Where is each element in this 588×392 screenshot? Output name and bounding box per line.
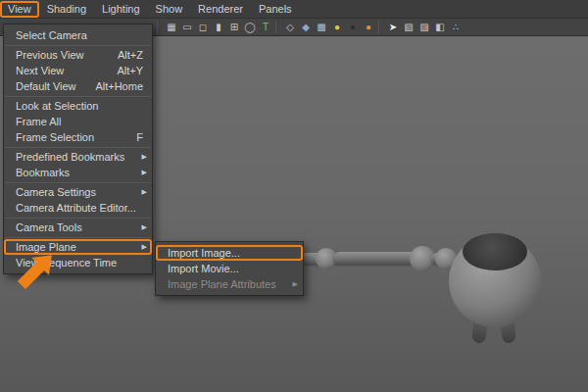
menubar-item-shading[interactable]: Shading bbox=[39, 1, 94, 18]
toolbar-separator bbox=[378, 21, 383, 33]
resolution-gate-icon[interactable]: ◻ bbox=[195, 20, 211, 34]
grid-icon[interactable]: ▦ bbox=[164, 20, 179, 34]
wireframe-icon[interactable]: ◇ bbox=[282, 20, 298, 34]
image-plane-submenu: Import Image...Import Movie...Image Plan… bbox=[155, 241, 304, 296]
menu-item-label: Look at Selection bbox=[16, 100, 98, 112]
view-menu-item-camera-tools[interactable]: Camera Tools▶ bbox=[4, 220, 152, 235]
view-menu-item-next-view[interactable]: Next ViewAlt+Y bbox=[4, 63, 152, 78]
submenu-item-import-movie[interactable]: Import Movie... bbox=[156, 261, 303, 276]
view-menu-item-frame-all[interactable]: Frame All bbox=[4, 114, 152, 129]
menu-item-label: Image Plane Attributes bbox=[168, 278, 276, 290]
submenu-arrow-icon: ▶ bbox=[142, 184, 147, 200]
shadows-icon[interactable]: ● bbox=[345, 20, 361, 34]
xray-icon[interactable]: ▧ bbox=[401, 20, 416, 34]
submenu-arrow-icon: ▶ bbox=[142, 149, 147, 165]
view-menu-item-previous-view[interactable]: Previous ViewAlt+Z bbox=[4, 47, 152, 63]
view-menu-item-bookmarks[interactable]: Bookmarks▶ bbox=[4, 165, 152, 180]
menu-separator bbox=[5, 218, 151, 219]
menu-item-label: Previous View bbox=[16, 49, 84, 61]
menu-item-label: Camera Attribute Editor... bbox=[16, 202, 136, 214]
view-menu-item-camera-settings[interactable]: Camera Settings▶ bbox=[4, 184, 152, 200]
gate-mask-icon[interactable]: ▮ bbox=[211, 20, 226, 34]
submenu-arrow-icon: ▶ bbox=[142, 239, 147, 255]
submenu-arrow-icon: ▶ bbox=[142, 165, 147, 180]
film-gate-icon[interactable]: ▭ bbox=[179, 20, 195, 34]
menu-separator bbox=[5, 237, 151, 238]
menu-separator bbox=[5, 182, 151, 183]
menu-item-label: Bookmarks bbox=[16, 167, 70, 178]
exposure-icon[interactable]: ◧ bbox=[432, 20, 448, 34]
view-menu-item-default-view[interactable]: Default ViewAlt+Home bbox=[4, 78, 152, 94]
view-menu-item-camera-attribute-editor[interactable]: Camera Attribute Editor... bbox=[4, 200, 152, 216]
view-menu-item-frame-selection[interactable]: Frame SelectionF bbox=[4, 129, 152, 145]
menu-item-label: Frame Selection bbox=[16, 131, 94, 143]
menu-item-shortcut: Alt+Home bbox=[95, 78, 143, 94]
safe-action-icon[interactable]: ◯ bbox=[242, 20, 258, 34]
field-chart-icon[interactable]: ⊞ bbox=[226, 20, 242, 34]
view-menu: Select CameraPrevious ViewAlt+ZNext View… bbox=[3, 24, 153, 274]
menu-separator bbox=[5, 96, 151, 97]
menu-separator bbox=[5, 147, 151, 148]
submenu-item-import-image[interactable]: Import Image... bbox=[156, 245, 303, 261]
menu-item-shortcut: Alt+Y bbox=[117, 63, 143, 78]
xray-joints-icon[interactable]: ▨ bbox=[416, 20, 432, 34]
menu-item-label: Import Image... bbox=[168, 247, 240, 259]
menu-item-label: Select Camera bbox=[16, 29, 87, 41]
menu-item-label: Camera Settings bbox=[16, 186, 96, 198]
menu-separator bbox=[5, 45, 151, 46]
view-menu-item-predefined-bookmarks[interactable]: Predefined Bookmarks▶ bbox=[4, 149, 152, 165]
view-menu-item-select-camera[interactable]: Select Camera bbox=[4, 27, 152, 43]
annotation-arrow bbox=[5, 251, 56, 302]
annotation-arrow-shape bbox=[18, 255, 52, 289]
menubar-item-show[interactable]: Show bbox=[148, 1, 191, 18]
model-head-cap bbox=[463, 233, 527, 270]
menu-item-shortcut: Alt+Z bbox=[118, 47, 143, 63]
submenu-arrow-icon: ▶ bbox=[142, 220, 147, 235]
lighting-icon[interactable]: ● bbox=[329, 20, 345, 34]
submenu-item-image-plane-attributes: Image Plane Attributes▶ bbox=[156, 276, 303, 292]
panel-menubar: ViewShadingLightingShowRendererPanels bbox=[0, 0, 588, 19]
menu-item-label: Import Movie... bbox=[168, 263, 239, 274]
share-icon[interactable]: ∴ bbox=[448, 20, 464, 34]
light-bulb-icon[interactable]: ● bbox=[361, 20, 376, 34]
menu-item-label: Predefined Bookmarks bbox=[16, 151, 124, 163]
smooth-shade-icon[interactable]: ◆ bbox=[298, 20, 314, 34]
isolate-select-icon[interactable]: ➤ bbox=[385, 20, 401, 34]
menu-item-label: Camera Tools bbox=[16, 221, 82, 233]
textured-icon[interactable]: ▩ bbox=[314, 20, 329, 34]
menubar-item-lighting[interactable]: Lighting bbox=[94, 1, 148, 18]
menu-item-shortcut: F bbox=[136, 129, 143, 145]
menu-item-label: Default View bbox=[16, 80, 76, 92]
menubar-item-panels[interactable]: Panels bbox=[251, 1, 300, 18]
safe-title-icon[interactable]: T bbox=[258, 20, 273, 34]
toolbar-separator bbox=[275, 21, 280, 33]
menubar-item-renderer[interactable]: Renderer bbox=[190, 1, 251, 18]
menu-item-label: Frame All bbox=[16, 116, 61, 127]
submenu-arrow-icon: ▶ bbox=[293, 276, 298, 292]
view-menu-item-look-at-selection[interactable]: Look at Selection bbox=[4, 98, 152, 114]
menubar-item-view[interactable]: View bbox=[0, 1, 39, 18]
toolbar-separator bbox=[157, 21, 162, 33]
menu-item-label: Next View bbox=[16, 65, 64, 76]
